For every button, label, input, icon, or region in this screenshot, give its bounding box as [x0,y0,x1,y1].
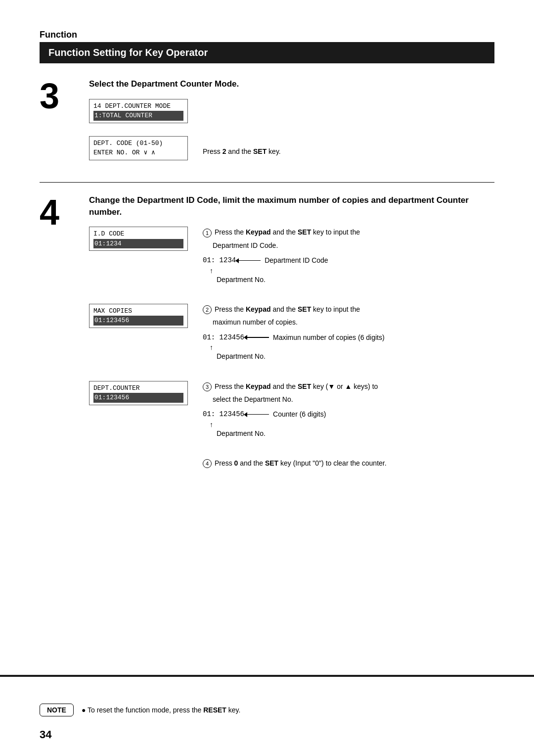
sub1-code: 01: 1234 [203,255,236,266]
sub3-dept-no: Department No. [217,428,494,439]
lcd-id-line1: I.D CODE [93,229,183,239]
sub3-code: 01: 123456 [203,409,244,420]
note-bullet: ● [82,706,86,714]
lcd-line1: 14 DEPT.COUNTER MODE [93,101,183,111]
sub3-bold-set: SET [298,382,311,390]
step-3-number: 3 [40,78,79,167]
sub2-instruction2: maximun number of copies. [213,317,494,328]
note-section: NOTE ● To reset the function mode, press… [40,704,494,716]
step-4-panels: I.D CODE 01:1234 1 Press the Keypad and … [89,227,494,479]
sub3-up-arrow: ↑ [210,421,494,428]
page-number: 34 [40,728,51,741]
sub3-arrow-label: Counter (6 digits) [273,409,326,420]
sub4-bold-0: 0 [234,459,238,467]
step-4-content: Change the Department ID Code, limit the… [89,194,494,480]
sub4-bold-set: SET [265,459,278,467]
sub1-up-arrow: ↑ [210,267,494,274]
step-4: 4 Change the Department ID Code, limit t… [40,194,494,480]
section-divider [40,182,494,183]
step-4-sub4: 4 Press 0 and the SET key (Input "0") to… [89,458,494,471]
lcd-max-line2: 01:123456 [93,316,183,326]
circle-3: 3 [203,382,212,391]
sub2-code: 01: 123456 [203,332,244,343]
sub1-bold-set: SET [298,228,311,236]
note-text: ● To reset the function mode, press the … [82,706,241,714]
sub2-arrow-label: Maximun number of copies (6 digits) [273,332,385,343]
sub1-arrow-label: Department ID Code [265,255,328,266]
lcd-dept-code-line2: ENTER NO. OR ∨ ∧ [93,148,183,158]
step-4-sub1: I.D CODE 01:1234 1 Press the Keypad and … [89,227,494,285]
sub2-instruction: 2 Press the Keypad and the SET key to in… [203,304,494,315]
sub1-dept-no: Department No. [217,274,494,285]
step-3-row-1: 14 DEPT.COUNTER MODE 1:TOTAL COUNTER [89,99,494,130]
step-3-panels: 14 DEPT.COUNTER MODE 1:TOTAL COUNTER DEP… [89,99,494,167]
step-4-sub1-left: I.D CODE 01:1234 [89,227,188,258]
step-3-row-2: DEPT. CODE (01-50) ENTER NO. OR ∨ ∧ Pres… [89,136,494,167]
step-4-sub2-right: 2 Press the Keypad and the SET key to in… [203,304,494,362]
note-bold-reset: RESET [203,706,226,714]
step-4-sub3-left: DEPT.COUNTER 01:123456 [89,381,188,412]
step-4-number: 4 [40,194,79,480]
lcd-dc-line2: 01:123456 [93,393,183,403]
lcd-box-dept-code: DEPT. CODE (01-50) ENTER NO. OR ∨ ∧ [89,136,188,160]
lcd-box-id-code: I.D CODE 01:1234 [89,227,188,251]
sub3-instruction: 3 Press the Keypad and the SET key (▼ or… [203,381,494,392]
circle-2: 2 [203,305,212,314]
note-text-before: To reset the function mode, press the [88,706,201,714]
lcd-id-line2: 01:1234 [93,239,183,249]
step-4-title: Change the Department ID Code, limit the… [89,194,494,218]
step-4-sub4-right: 4 Press 0 and the SET key (Input "0") to… [203,458,494,471]
bold-2: 2 [222,147,226,155]
note-text-after: key. [228,706,241,714]
lcd-dc-line1: DEPT.COUNTER [93,383,183,393]
step-4-sub3: DEPT.COUNTER 01:123456 3 Press the Keypa… [89,381,494,439]
step-4-sub3-right: 3 Press the Keypad and the SET key (▼ or… [203,381,494,439]
bottom-rule [0,675,534,677]
step-3-instruction: Press 2 and the SET key. [203,147,281,155]
lcd-line2-highlight: 1:TOTAL COUNTER [93,111,183,121]
sub2-bold-set: SET [298,305,311,313]
sub1-instruction2: Department ID Code. [213,240,494,251]
circle-1: 1 [203,229,212,237]
sub1-bold-keypad: Keypad [246,228,271,236]
sub3-arrow-line: 01: 123456 Counter (6 digits) [203,409,494,420]
step-3: 3 Select the Department Counter Mode. 14… [40,78,494,167]
step-3-title: Select the Department Counter Mode. [89,78,494,90]
circle-4: 4 [203,459,212,468]
sub2-dept-no: Department No. [217,351,494,362]
step-4-sub1-right: 1 Press the Keypad and the SET key to in… [203,227,494,285]
sub2-up-arrow: ↑ [210,344,494,351]
lcd-box-max-copies: MAX COPIES 01:123456 [89,304,188,328]
sub4-instruction: 4 Press 0 and the SET key (Input "0") to… [203,458,494,469]
lcd-dept-code-line1: DEPT. CODE (01-50) [93,139,183,148]
note-box: NOTE [40,704,74,716]
step-4-sub2: MAX COPIES 01:123456 2 Press the Keypad … [89,304,494,362]
sub3-bold-keypad: Keypad [246,382,271,390]
step-4-sub2-left: MAX COPIES 01:123456 [89,304,188,335]
sub1-arrow-line: 01: 1234 Department ID Code [203,255,494,266]
sub3-instruction2: select the Department No. [213,394,494,405]
sub1-instruction: 1 Press the Keypad and the SET key to in… [203,227,494,237]
lcd-box-dept-counter2: DEPT.COUNTER 01:123456 [89,381,188,405]
function-heading: Function [40,30,494,40]
bold-set-1: SET [253,147,267,155]
lcd-max-line1: MAX COPIES [93,306,183,316]
sub2-bold-keypad: Keypad [246,305,271,313]
step-3-content: Select the Department Counter Mode. 14 D… [89,78,494,167]
header-bar: Function Setting for Key Operator [40,42,494,63]
sub2-arrow-line: 01: 123456 Maximun number of copies (6 d… [203,332,494,343]
lcd-box-dept-counter: 14 DEPT.COUNTER MODE 1:TOTAL COUNTER [89,99,188,123]
